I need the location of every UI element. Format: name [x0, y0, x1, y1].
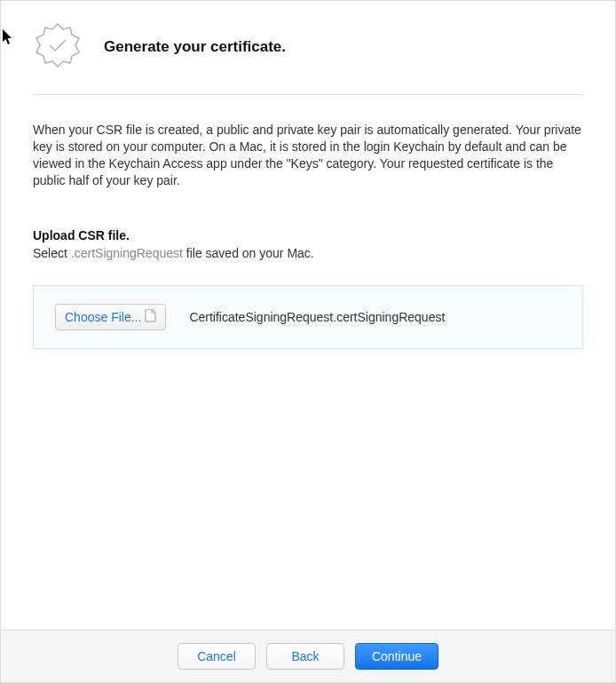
upload-help: Select .certSigningRequest file saved on… — [33, 246, 583, 260]
continue-button[interactable]: Continue — [355, 643, 438, 670]
selected-filename: CertificateSigningRequest.certSigningReq… — [189, 310, 445, 324]
choose-file-label: Choose File... — [65, 310, 141, 324]
upload-help-suffix: file saved on your Mac. — [183, 246, 314, 260]
page-title: Generate your certificate. — [104, 38, 286, 56]
file-icon — [145, 309, 156, 325]
upload-help-prefix: Select — [33, 246, 71, 260]
choose-file-button[interactable]: Choose File... — [55, 304, 166, 330]
upload-section: Upload CSR file. Select .certSigningRequ… — [33, 228, 583, 349]
page-header: Generate your certificate. — [33, 20, 583, 95]
main-content: Generate your certificate. When your CSR… — [1, 1, 615, 630]
cancel-button[interactable]: Cancel — [178, 643, 256, 670]
cursor-icon — [3, 29, 14, 48]
footer-bar: Cancel Back Continue — [1, 630, 615, 682]
certificate-badge-icon — [33, 20, 83, 73]
upload-title: Upload CSR file. — [33, 228, 583, 242]
upload-box: Choose File... CertificateSigningRequest… — [33, 285, 583, 349]
description-text: When your CSR file is created, a public … — [33, 122, 583, 189]
back-button[interactable]: Back — [266, 643, 344, 670]
upload-help-ext: .certSigningRequest — [71, 246, 183, 260]
svg-marker-0 — [36, 24, 79, 67]
